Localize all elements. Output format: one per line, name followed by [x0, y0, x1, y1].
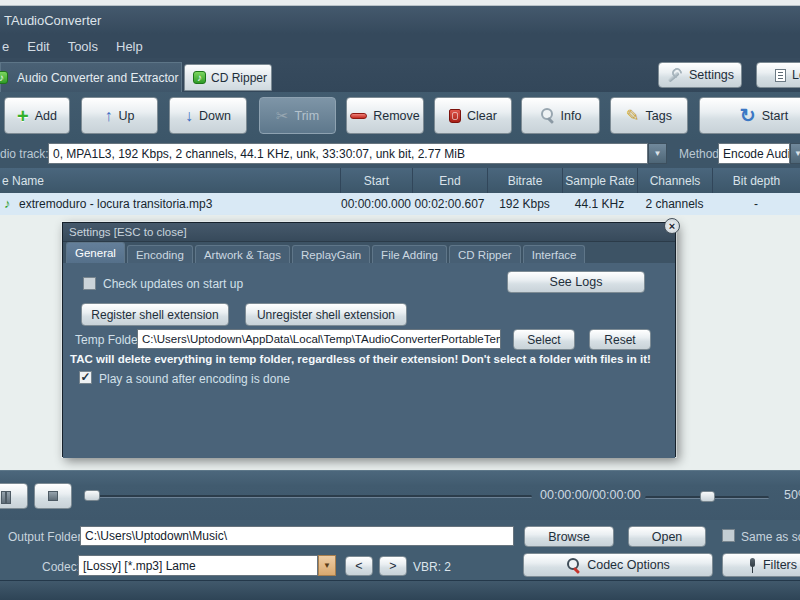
tab-cd-ripper[interactable]: ♪ CD Ripper	[184, 64, 272, 91]
start-button-label: Start	[762, 109, 788, 123]
settings-button-label: Settings	[689, 68, 734, 82]
settings-tab-cd-ripper[interactable]: CD Ripper	[449, 245, 521, 263]
volume-slider-handle[interactable]	[700, 491, 715, 502]
settings-tab-general[interactable]: General	[66, 242, 125, 263]
filters-button[interactable]: Filters	[722, 553, 800, 577]
dialog-close-button[interactable]: ×	[664, 218, 680, 234]
bitrate-cell: 192 Kbps	[487, 193, 562, 215]
end-cell: 00:02:00.607	[412, 193, 487, 215]
up-arrow-icon: ↑	[105, 109, 113, 123]
codec-value: [Lossy] [*.mp3] Lame	[83, 559, 196, 573]
column-header-sample-rate[interactable]: Sample Rate	[562, 168, 637, 193]
settings-tab-interface[interactable]: Interface	[523, 245, 586, 263]
pause-button[interactable]	[0, 483, 28, 509]
temp-folder-label: Temp Folder:	[75, 333, 145, 347]
browse-button[interactable]: Browse	[524, 526, 614, 547]
status-bar	[0, 580, 800, 600]
audio-track-combobox[interactable]: 0, MPA1L3, 192 Kbps, 2 channels, 44.1 KH…	[48, 143, 648, 164]
tags-button[interactable]: ✎ Tags	[610, 97, 688, 134]
menu-edit[interactable]: Edit	[18, 36, 58, 57]
reset-temp-button[interactable]: Reset	[589, 329, 651, 350]
column-header-channels[interactable]: Channels	[637, 168, 712, 193]
column-header-file-name[interactable]: e Name	[0, 168, 340, 193]
codec-label: Codec:	[42, 560, 80, 574]
remove-button[interactable]: Remove	[346, 97, 424, 134]
menu-file[interactable]: e	[0, 36, 18, 57]
trim-button-label: Trim	[295, 109, 320, 123]
channels-cell: 2 channels	[637, 193, 712, 215]
check-updates-checkbox[interactable]	[83, 277, 96, 290]
method-label: Method:	[679, 147, 722, 161]
unregister-shell-button[interactable]: Unregister shell extension	[245, 303, 407, 326]
same-as-source-label: Same as sour	[741, 530, 800, 544]
up-button-label: Up	[119, 109, 135, 123]
settings-tab-file-adding[interactable]: File Adding	[372, 245, 447, 263]
info-button[interactable]: Info	[521, 97, 600, 134]
register-shell-label: Register shell extension	[91, 308, 218, 322]
window-title: TAudioConverter	[4, 13, 101, 28]
menu-tools[interactable]: Tools	[59, 36, 107, 57]
settings-general-panel: Check updates on start up See Logs Regis…	[63, 263, 675, 458]
select-temp-button[interactable]: Select	[513, 329, 575, 350]
add-button[interactable]: + Add	[4, 97, 70, 134]
tab-cd-ripper-label: CD Ripper	[211, 71, 267, 85]
seek-slider-handle[interactable]	[84, 490, 100, 501]
minus-icon	[350, 113, 367, 119]
column-header-end[interactable]: End	[412, 168, 487, 193]
down-button[interactable]: ↓ Down	[169, 97, 247, 134]
logs-button[interactable]: Logs	[756, 62, 800, 88]
playback-time: 00:00:00/00:00:00	[540, 488, 641, 502]
player-bar: 00:00:00/00:00:00 50%	[0, 470, 800, 520]
seek-slider-track[interactable]	[84, 495, 532, 498]
stop-button[interactable]	[34, 483, 72, 509]
start-cell: 00:00:00.000	[340, 193, 412, 215]
method-combobox[interactable]: Encode Audio	[718, 143, 790, 164]
audio-track-dropdown-arrow[interactable]: ▼	[648, 143, 667, 164]
codec-combobox[interactable]: [Lossy] [*.mp3] Lame	[78, 555, 318, 576]
codec-options-label: Codec Options	[587, 558, 670, 572]
clear-button[interactable]: Clear	[434, 97, 512, 134]
output-folder-input[interactable]: C:\Users\Uptodown\Music\	[80, 526, 514, 546]
codec-options-magnifier-icon	[566, 558, 581, 573]
pencil-icon: ✎	[626, 109, 639, 123]
trash-icon	[449, 109, 461, 123]
check-updates-label: Check updates on start up	[103, 277, 243, 291]
same-as-source-checkbox[interactable]	[722, 529, 735, 542]
menu-help[interactable]: Help	[107, 36, 152, 57]
table-row[interactable]: ♪ extremoduro - locura transitoria.mp3 0…	[0, 193, 800, 215]
remove-button-label: Remove	[373, 109, 420, 123]
column-header-bitrate[interactable]: Bitrate	[487, 168, 562, 193]
temp-folder-input[interactable]: C:\Users\Uptodown\AppData\Local\Temp\TAu…	[137, 329, 501, 349]
tab-audio-converter[interactable]: ♪ Audio Converter and Extractor	[0, 62, 182, 92]
play-sound-checkbox[interactable]: ✓	[79, 371, 92, 384]
see-logs-button[interactable]: See Logs	[507, 271, 645, 293]
settings-tab-encoding[interactable]: Encoding	[127, 245, 193, 263]
settings-button[interactable]: Settings	[658, 62, 742, 88]
codec-next-button[interactable]: >	[379, 556, 407, 576]
settings-tab-artwork-tags[interactable]: Artwork & Tags	[195, 245, 290, 263]
settings-dialog-titlebar[interactable]: Settings [ESC to close]	[63, 223, 675, 242]
method-dropdown-arrow[interactable]: ▼	[790, 143, 800, 164]
codec-dropdown-arrow[interactable]: ▼	[318, 555, 336, 576]
codec-prev-button[interactable]: <	[345, 556, 373, 576]
settings-tab-bar: General Encoding Artwork & Tags ReplayGa…	[63, 242, 675, 263]
register-shell-button[interactable]: Register shell extension	[81, 303, 229, 326]
temp-folder-value: C:\Users\Uptodown\AppData\Local\Temp\TAu…	[142, 333, 501, 345]
down-button-label: Down	[199, 109, 231, 123]
column-header-bit-depth[interactable]: Bit depth	[712, 168, 800, 193]
settings-tab-replaygain[interactable]: ReplayGain	[292, 245, 370, 263]
trim-button[interactable]: ✂ Trim	[259, 97, 336, 134]
music-note-icon: ♪	[4, 196, 11, 211]
method-value: Encode Audio	[723, 147, 790, 161]
start-button[interactable]: ↻ Start	[699, 97, 800, 134]
title-bar: TAudioConverter	[0, 6, 800, 34]
codec-options-button[interactable]: Codec Options	[523, 553, 713, 577]
up-button[interactable]: ↑ Up	[81, 97, 158, 134]
column-header-start[interactable]: Start	[340, 168, 412, 193]
unregister-shell-label: Unregister shell extension	[257, 308, 395, 322]
open-button[interactable]: Open	[628, 526, 706, 547]
file-table-header: e Name Start End Bitrate Sample Rate Cha…	[0, 168, 800, 193]
output-folder-label: Output Folder:	[8, 530, 85, 544]
codec-prev-label: <	[355, 559, 362, 573]
logs-document-icon	[775, 69, 786, 82]
